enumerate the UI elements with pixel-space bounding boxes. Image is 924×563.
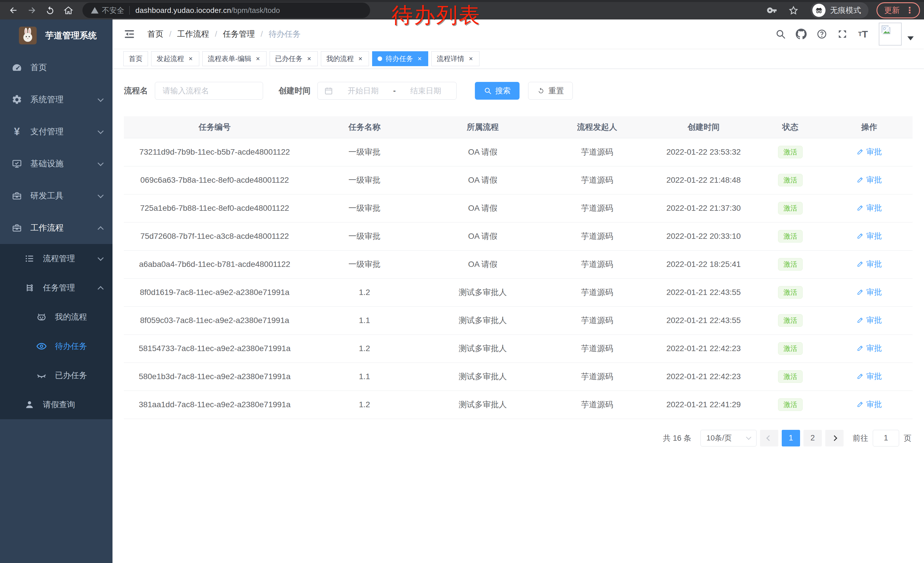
sidebar-item-label: 流程管理 — [43, 253, 75, 264]
bookmark-star-icon[interactable] — [788, 5, 799, 16]
sidebar-item-label: 待办任务 — [55, 341, 87, 352]
sidebar-item-infra[interactable]: 基础设施 — [0, 148, 112, 180]
table-row: 069c6a63-7b8a-11ec-8ef0-acde48001122 一级审… — [124, 166, 912, 194]
cell-process: 测试多审批人 — [424, 306, 542, 335]
fullscreen-icon[interactable] — [836, 28, 848, 40]
close-icon[interactable]: × — [306, 55, 312, 62]
approve-link[interactable]: 审批 — [856, 371, 882, 381]
cell-task-name: 一级审批 — [305, 166, 424, 194]
sidebar-item-workflow[interactable]: 工作流程 — [0, 212, 112, 244]
tag-todo-task[interactable]: 待办任务× — [372, 51, 428, 66]
browser-back-button[interactable] — [6, 3, 21, 18]
tag-process-detail[interactable]: 流程详情× — [431, 51, 480, 66]
avatar[interactable] — [879, 23, 902, 45]
sidebar-item-process-mgmt[interactable]: 流程管理 — [0, 244, 112, 273]
sidebar-item-label: 任务管理 — [43, 282, 75, 293]
cell-initiator: 芋道源码 — [542, 335, 652, 363]
cell-created: 2022-01-21 22:41:29 — [652, 390, 755, 419]
sidebar-item-leave-query[interactable]: 请假查询 — [0, 390, 112, 419]
process-name-input[interactable] — [155, 82, 263, 100]
sidebar-item-home[interactable]: 首页 — [0, 51, 112, 84]
tag-done-task[interactable]: 已办任务× — [270, 51, 318, 66]
prev-page-button[interactable] — [760, 430, 778, 446]
gear-icon — [12, 94, 22, 105]
status-badge: 激活 — [778, 342, 802, 355]
chevron-down-icon — [98, 96, 104, 102]
sidebar-collapse-icon[interactable] — [123, 28, 135, 40]
next-page-button[interactable] — [825, 430, 844, 446]
tag-home[interactable]: 首页 — [123, 51, 148, 66]
page-size-select[interactable]: 10条/页 — [700, 430, 756, 446]
status-badge: 激活 — [778, 202, 802, 215]
goto-page-input[interactable] — [873, 430, 899, 446]
browser-forward-button[interactable] — [24, 3, 39, 18]
search-button[interactable]: 搜索 — [475, 82, 519, 100]
cell-initiator: 芋道源码 — [542, 250, 652, 278]
cell-task-id: 069c6a63-7b8a-11ec-8ef0-acde48001122 — [124, 166, 305, 194]
goto-suffix: 页 — [904, 433, 911, 443]
avatar-caret-icon[interactable] — [908, 36, 914, 41]
close-icon[interactable]: × — [417, 55, 423, 62]
update-label[interactable]: 更新 — [884, 5, 900, 15]
tag-start-process[interactable]: 发起流程× — [151, 51, 199, 66]
back-arrow-icon — [8, 5, 19, 15]
approve-link[interactable]: 审批 — [856, 287, 882, 297]
font-size-icon[interactable]: TT — [857, 28, 869, 40]
breadcrumb-home[interactable]: 首页 — [147, 29, 164, 39]
breadcrumb-separator: / — [169, 30, 171, 39]
browser-update-button[interactable]: 更新 ⋮ — [876, 2, 920, 18]
approve-link[interactable]: 审批 — [856, 315, 882, 325]
page-content: 流程名 创建时间 开始日期 - 结束日期 搜索 重置 — [112, 69, 924, 563]
breadcrumb-separator: / — [261, 30, 263, 39]
password-key-icon[interactable] — [766, 5, 778, 16]
approve-link[interactable]: 审批 — [856, 259, 882, 269]
cell-process: 测试多审批人 — [424, 278, 542, 306]
close-icon[interactable]: × — [357, 55, 363, 62]
approve-link[interactable]: 审批 — [856, 147, 882, 157]
col-process: 所属流程 — [424, 116, 542, 138]
sidebar-item-done-task[interactable]: 已办任务 — [0, 361, 112, 390]
tag-my-process[interactable]: 我的流程× — [321, 51, 369, 66]
tag-form-edit[interactable]: 流程表单-编辑× — [202, 51, 267, 66]
incognito-icon — [812, 4, 825, 17]
close-icon[interactable]: × — [255, 55, 261, 62]
browser-home-button[interactable] — [61, 3, 76, 18]
table-row: 8f0d1619-7ac8-11ec-a9e2-a2380e71991a 1.2… — [124, 278, 912, 306]
approve-link[interactable]: 审批 — [856, 203, 882, 213]
close-icon[interactable]: × — [188, 55, 194, 62]
security-label[interactable]: 不安全 — [102, 6, 124, 15]
close-icon[interactable]: × — [468, 55, 474, 62]
reset-button[interactable]: 重置 — [528, 82, 573, 100]
approve-link[interactable]: 审批 — [856, 343, 882, 353]
date-range-picker[interactable]: 开始日期 - 结束日期 — [318, 82, 456, 100]
approve-link[interactable]: 审批 — [856, 399, 882, 410]
cell-task-id: a6aba0a4-7b6d-11ec-b781-acde48001122 — [124, 250, 305, 278]
sidebar-item-my-process[interactable]: 我的流程 — [0, 302, 112, 332]
breadcrumb-task-mgmt[interactable]: 任务管理 — [223, 29, 255, 39]
browser-menu-icon[interactable]: ⋮ — [905, 6, 914, 15]
page-button-1[interactable]: 1 — [782, 430, 800, 446]
browser-reload-button[interactable] — [42, 3, 58, 18]
sidebar-item-devtools[interactable]: 研发工具 — [0, 180, 112, 212]
cell-created: 2022-01-21 22:42:23 — [652, 335, 755, 363]
address-bar[interactable]: 不安全 dashboard.yudao.iocoder.cn/bpm/task/… — [82, 3, 370, 18]
help-icon[interactable] — [816, 28, 828, 40]
reload-icon — [45, 5, 55, 15]
top-navbar: 首页 / 工作流程 / 任务管理 / 待办任务 — [112, 20, 924, 49]
approve-link[interactable]: 审批 — [856, 231, 882, 241]
github-icon[interactable] — [795, 28, 807, 40]
sidebar-item-system[interactable]: 系统管理 — [0, 84, 112, 116]
pagination-total: 共 16 条 — [663, 433, 691, 443]
approve-link[interactable]: 审批 — [856, 175, 882, 185]
sidebar-item-payment[interactable]: ¥ 支付管理 — [0, 116, 112, 148]
chevron-left-icon — [766, 435, 772, 441]
sidebar-item-task-mgmt[interactable]: 任务管理 — [0, 273, 112, 302]
col-status: 状态 — [755, 116, 826, 138]
header-search-icon[interactable] — [775, 28, 787, 40]
breadcrumb-separator: / — [215, 30, 217, 39]
sidebar-item-todo-task[interactable]: 待办任务 — [0, 332, 112, 361]
page-button-2[interactable]: 2 — [804, 430, 822, 446]
app-logo-row[interactable]: 芋道管理系统 — [0, 20, 112, 51]
status-badge: 激活 — [778, 230, 802, 243]
breadcrumb-workflow[interactable]: 工作流程 — [177, 29, 209, 39]
